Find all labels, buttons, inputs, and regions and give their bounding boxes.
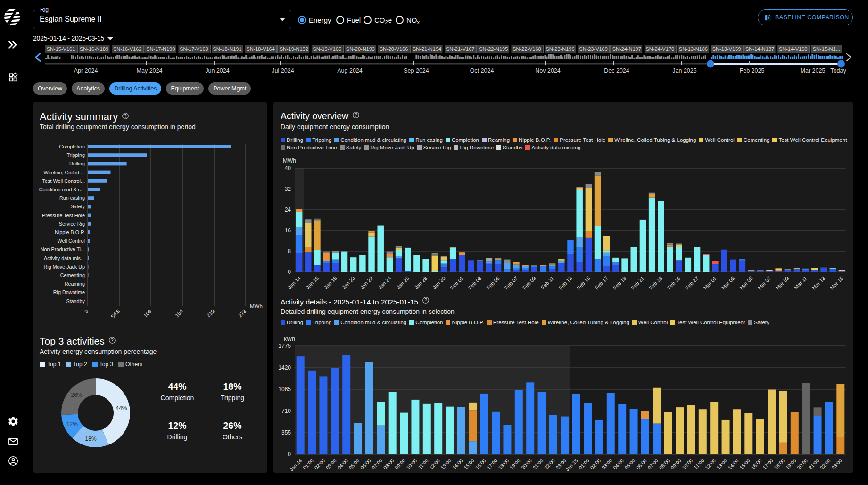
svg-text:1065: 1065 xyxy=(278,386,291,393)
svg-text:Cementing: Cementing xyxy=(60,272,85,278)
svg-text:Condition mud & c...: Condition mud & c... xyxy=(39,187,85,192)
svg-text:Mar 13: Mar 13 xyxy=(811,275,827,291)
svg-text:01:00: 01:00 xyxy=(578,458,590,470)
svg-text:03:00: 03:00 xyxy=(601,458,613,470)
svg-text:18%: 18% xyxy=(85,436,97,442)
svg-text:Feb 07: Feb 07 xyxy=(504,275,519,291)
svg-text:SN-17-N190: SN-17-N190 xyxy=(146,46,175,52)
svg-text:SN-21-N194: SN-21-N194 xyxy=(413,46,441,52)
svg-text:05:00: 05:00 xyxy=(623,458,636,470)
svg-text:Mar 07: Mar 07 xyxy=(757,275,772,291)
svg-text:Nov 2024: Nov 2024 xyxy=(535,67,561,74)
svg-text:07:00: 07:00 xyxy=(371,458,383,470)
svg-text:Well Control: Well Control xyxy=(57,238,85,244)
svg-text:24: 24 xyxy=(285,206,291,213)
svg-text:19:00: 19:00 xyxy=(785,458,797,470)
svg-text:06:00: 06:00 xyxy=(635,458,648,470)
svg-text:Drilling: Drilling xyxy=(69,161,85,166)
svg-text:Run casing: Run casing xyxy=(59,195,85,201)
svg-text:02:00: 02:00 xyxy=(589,458,602,470)
svg-text:Rig Downtime: Rig Downtime xyxy=(53,289,85,295)
svg-text:22:00: 22:00 xyxy=(543,458,556,470)
svg-text:109: 109 xyxy=(142,308,152,318)
svg-text:Jan 20: Jan 20 xyxy=(341,275,356,290)
svg-text:Mar 09: Mar 09 xyxy=(775,275,790,291)
svg-text:26%: 26% xyxy=(71,392,82,398)
svg-text:Feb 15: Feb 15 xyxy=(576,275,591,291)
svg-text:SN-13-V159: SN-13-V159 xyxy=(712,46,741,52)
svg-text:05:00: 05:00 xyxy=(347,458,360,470)
svg-text:11:00: 11:00 xyxy=(417,458,430,470)
svg-text:kWh: kWh xyxy=(284,336,295,342)
svg-text:Jan 18: Jan 18 xyxy=(323,275,338,290)
svg-text:10:00: 10:00 xyxy=(681,458,694,470)
svg-text:21:00: 21:00 xyxy=(807,458,820,470)
svg-text:04:00: 04:00 xyxy=(336,458,349,470)
svg-text:Mar 03: Mar 03 xyxy=(720,275,736,291)
svg-text:SN-18-N191: SN-18-N191 xyxy=(213,46,241,52)
svg-text:16:00: 16:00 xyxy=(750,458,763,470)
svg-text:20:00: 20:00 xyxy=(520,458,533,470)
svg-text:06:00: 06:00 xyxy=(359,458,372,470)
svg-text:15:00: 15:00 xyxy=(463,458,475,470)
svg-text:Feb 23: Feb 23 xyxy=(648,275,664,291)
svg-text:Feb 03: Feb 03 xyxy=(467,275,483,291)
svg-text:Feb 13: Feb 13 xyxy=(558,275,573,291)
svg-text:SN-15-V161: SN-15-V161 xyxy=(47,46,75,52)
svg-text:01:00: 01:00 xyxy=(302,458,314,470)
svg-text:SN-16-N189: SN-16-N189 xyxy=(80,46,108,52)
svg-text:MWh: MWh xyxy=(250,304,263,309)
svg-text:Mar 05: Mar 05 xyxy=(738,275,754,291)
svg-text:Jan 14: Jan 14 xyxy=(287,275,302,290)
svg-text:23:00: 23:00 xyxy=(830,458,843,470)
svg-text:17:00: 17:00 xyxy=(761,458,774,470)
svg-text:Safety: Safety xyxy=(70,204,85,209)
svg-text:40: 40 xyxy=(285,165,291,172)
svg-text:15:00: 15:00 xyxy=(738,458,751,470)
svg-text:Jan 2025: Jan 2025 xyxy=(672,67,696,74)
svg-text:16: 16 xyxy=(285,227,291,234)
svg-text:Mar 15: Mar 15 xyxy=(829,275,844,291)
svg-text:219: 219 xyxy=(206,308,215,318)
svg-text:SN-16-V162: SN-16-V162 xyxy=(113,46,142,52)
svg-text:164: 164 xyxy=(174,308,184,318)
svg-text:SN-22-V168: SN-22-V168 xyxy=(513,46,541,52)
svg-text:May 2024: May 2024 xyxy=(137,67,163,74)
svg-text:07:00: 07:00 xyxy=(646,458,659,470)
svg-text:18:00: 18:00 xyxy=(497,458,510,470)
svg-text:14:00: 14:00 xyxy=(451,458,464,470)
svg-text:Mar 11: Mar 11 xyxy=(793,275,808,290)
svg-text:0: 0 xyxy=(83,308,90,314)
svg-text:SN-14-V160: SN-14-V160 xyxy=(779,46,808,52)
svg-text:Feb 01: Feb 01 xyxy=(449,275,465,291)
svg-text:1420: 1420 xyxy=(278,364,291,371)
svg-text:Rig Move Jack Up: Rig Move Jack Up xyxy=(43,264,85,270)
svg-text:Standby: Standby xyxy=(66,298,85,304)
svg-text:Jan 15: Jan 15 xyxy=(564,458,579,472)
svg-text:08:00: 08:00 xyxy=(382,458,395,470)
svg-text:SN-23-N196: SN-23-N196 xyxy=(546,46,574,52)
svg-text:02:00: 02:00 xyxy=(313,458,326,470)
svg-text:17:00: 17:00 xyxy=(486,458,498,470)
svg-text:Activity data mis...: Activity data mis... xyxy=(44,255,85,261)
svg-text:0: 0 xyxy=(288,269,291,275)
svg-text:SN-21-V167: SN-21-V167 xyxy=(446,46,475,52)
svg-text:SN-22-N195: SN-22-N195 xyxy=(479,46,508,52)
svg-text:12:00: 12:00 xyxy=(428,458,441,470)
svg-text:SN-18-V164: SN-18-V164 xyxy=(246,46,275,52)
svg-text:Jan 28: Jan 28 xyxy=(413,275,429,290)
svg-text:13:00: 13:00 xyxy=(715,458,728,470)
svg-text:0: 0 xyxy=(288,451,291,458)
svg-text:Sep 2024: Sep 2024 xyxy=(404,67,429,74)
svg-text:SN-24-N197: SN-24-N197 xyxy=(612,46,641,52)
svg-text:Feb 17: Feb 17 xyxy=(594,275,609,291)
svg-text:Feb 27: Feb 27 xyxy=(684,275,700,291)
svg-text:Test Well Control...: Test Well Control... xyxy=(42,178,85,184)
svg-text:Wireline, Coiled ...: Wireline, Coiled ... xyxy=(43,170,85,175)
svg-text:32: 32 xyxy=(285,186,291,192)
svg-text:SN-20-V166: SN-20-V166 xyxy=(380,46,408,52)
svg-text:10:00: 10:00 xyxy=(405,458,418,470)
svg-text:Feb 25: Feb 25 xyxy=(666,275,682,291)
svg-text:20:00: 20:00 xyxy=(796,458,809,470)
svg-text:Jul 2024: Jul 2024 xyxy=(272,67,294,74)
